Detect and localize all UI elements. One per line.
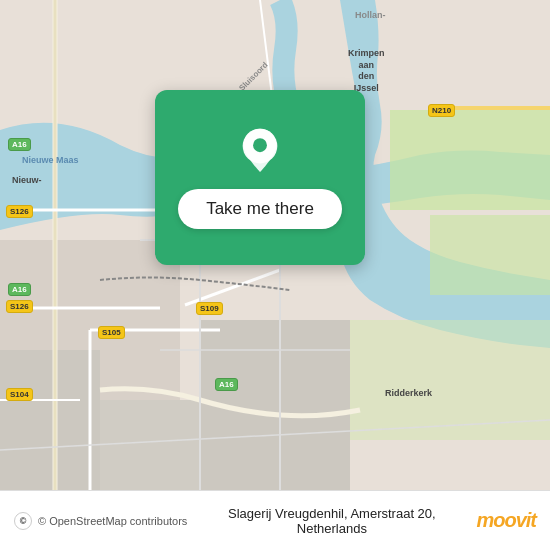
location-pin-icon (234, 127, 286, 179)
road-label-nieuw: Nieuw- (12, 175, 42, 185)
osm-logo: © (14, 512, 32, 530)
attribution-section: © © OpenStreetMap contributors (14, 512, 187, 530)
badge-n210: N210 (428, 104, 455, 117)
moovit-icon: moovit (476, 509, 536, 532)
svg-point-23 (253, 138, 267, 152)
road-label-nieuwe-maas: Nieuwe Maas (22, 155, 79, 165)
road-label-hollan: Hollan- (355, 10, 386, 20)
svg-rect-5 (0, 350, 100, 490)
svg-rect-1 (390, 110, 550, 210)
map-container: Nieuwe Maas Nieuw- KrimpenaandenIJssel R… (0, 0, 550, 490)
svg-rect-2 (430, 215, 550, 295)
take-me-there-button[interactable]: Take me there (178, 189, 342, 229)
moovit-logo: moovit (476, 509, 536, 532)
badge-a16-1: A16 (8, 138, 31, 151)
overlay-card: Take me there (155, 90, 365, 265)
road-label-krimpen: KrimpenaandenIJssel (348, 48, 385, 95)
badge-s109: S109 (196, 302, 223, 315)
road-label-ridderkerk: Ridderkerk (385, 388, 432, 398)
badge-s105: S105 (98, 326, 125, 339)
badge-a16-3: A16 (215, 378, 238, 391)
badge-s126-1: S126 (6, 205, 33, 218)
badge-s126-2: S126 (6, 300, 33, 313)
badge-s104: S104 (6, 388, 33, 401)
address-text: Slagerij Vreugdenhil, Amerstraat 20, Net… (187, 506, 476, 536)
attribution-text: © OpenStreetMap contributors (38, 515, 187, 527)
badge-a16-2: A16 (8, 283, 31, 296)
bottom-bar: © © OpenStreetMap contributors Slagerij … (0, 490, 550, 550)
